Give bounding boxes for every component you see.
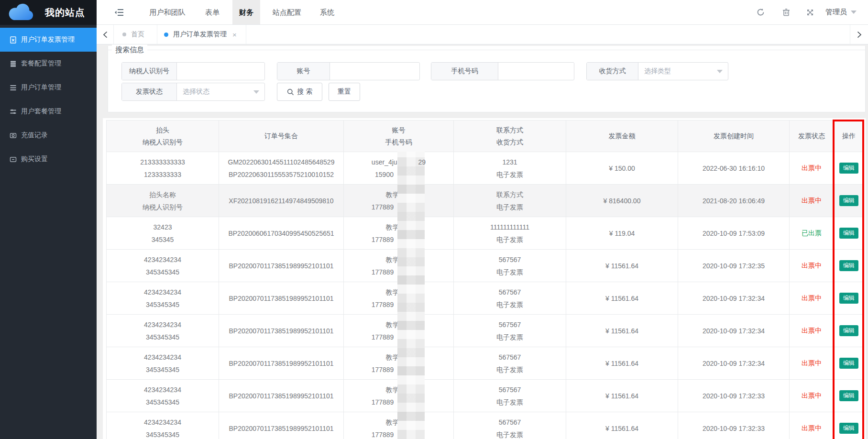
sidebar-item-invoice-management[interactable]: 用户订单发票管理 [0, 28, 97, 52]
fieldset-border [108, 50, 865, 50]
admin-user-menu[interactable]: 管理员 [825, 0, 857, 24]
cell-contact: 联系方式电子发票 [454, 185, 566, 217]
sidebar-item-order-management[interactable]: 用户订单管理 [0, 76, 97, 99]
cell-amount: ¥ 11561.64 [566, 347, 678, 380]
reset-button[interactable]: 重置 [329, 83, 360, 101]
table-row: 抬头名称纳税人识别号XF20210819162114974849509810教学… [107, 185, 864, 217]
cell-created: 2020-10-09 17:53:09 [678, 217, 790, 250]
table-row: 4234234234345345345BP2020070117385198995… [107, 412, 864, 439]
tab-scroll-right-icon[interactable] [850, 25, 868, 44]
cell-status: 出票中 [790, 380, 834, 412]
edit-button[interactable]: 编辑 [839, 163, 858, 174]
cell-head: 4234234234345345345 [107, 282, 219, 315]
edit-button[interactable]: 编辑 [839, 228, 858, 239]
cell-orders: BP20200606170340995450525651 [219, 217, 344, 250]
column-header: 抬头纳税人识别号 [107, 121, 219, 152]
cell-actions: 编辑 [834, 380, 864, 412]
cell-amount: ¥ 150.00 [566, 152, 678, 185]
cell-orders: BP20200701173851989952101101 [219, 282, 344, 315]
close-icon[interactable]: × [232, 31, 237, 39]
cell-contact: 567567电子发票 [454, 380, 566, 412]
nav-item-users-teams[interactable]: 用户和团队 [146, 0, 189, 24]
field-label: 账号 [277, 63, 330, 80]
cell-actions: 编辑 [834, 185, 864, 217]
refresh-icon[interactable] [753, 0, 768, 24]
cell-status: 出票中 [790, 412, 834, 439]
cell-orders: BP20200701173851989952101101 [219, 347, 344, 380]
phone-input[interactable] [498, 63, 574, 80]
tab-dot-icon [164, 33, 168, 37]
tab-invoice-management[interactable]: 用户订单发票管理 × [157, 25, 246, 44]
edit-button[interactable]: 编辑 [839, 293, 858, 304]
column-header: 账号手机号码 [344, 121, 454, 152]
table-header: 抬头纳税人识别号订单号集合账号手机号码联系方式收货方式发票金额发票创建时间发票状… [107, 121, 864, 152]
column-header: 发票金额 [566, 121, 678, 152]
cell-amount: ¥ 11561.64 [566, 380, 678, 412]
nav-item-forms[interactable]: 表单 [201, 0, 224, 24]
chevron-down-icon [717, 70, 723, 73]
table-row: 4234234234345345345BP2020070117385198995… [107, 380, 864, 412]
column-header: 联系方式收货方式 [454, 121, 566, 152]
chevron-down-icon [851, 11, 857, 14]
edit-button[interactable]: 编辑 [839, 390, 858, 401]
recharge-record-icon [9, 132, 17, 139]
fullscreen-icon[interactable] [802, 0, 818, 24]
cell-status: 已出票 [790, 217, 834, 250]
cell-status: 出票中 [790, 347, 834, 380]
cell-contact: 567567电子发票 [454, 412, 566, 439]
cell-head: 4234234234345345345 [107, 380, 219, 412]
cell-actions: 编辑 [834, 412, 864, 439]
nav-item-system[interactable]: 系统 [316, 0, 339, 24]
cell-amount: ¥ 816400.00 [566, 185, 678, 217]
cell-orders: BP20200701173851989952101101 [219, 315, 344, 347]
tab-scroll-left-icon[interactable] [97, 25, 113, 44]
search-panel: 搜索信息 纳税人识别号 账号 手机号码 收货方式 选择类型 发票状态 选择状态 [108, 46, 866, 112]
taxpayer-id-input[interactable] [177, 63, 264, 80]
sidebar-item-purchase-settings[interactable]: 购买设置 [0, 147, 97, 171]
field-phone: 手机号码 [431, 62, 574, 80]
cell-amount: ¥ 11561.64 [566, 315, 678, 347]
sidebar: 用户订单发票管理套餐配置管理用户订单管理用户套餐管理充值记录购买设置 [0, 25, 97, 439]
tab-home[interactable]: 首页 [113, 25, 157, 44]
sidebar-item-package-config[interactable]: 套餐配置管理 [0, 52, 97, 76]
sidebar-item-user-package[interactable]: 用户套餐管理 [0, 99, 97, 123]
invoice-status-select[interactable]: 选择状态 [177, 83, 264, 100]
order-list-icon [9, 84, 17, 91]
nav-item-finance[interactable]: 财务 [232, 0, 260, 24]
delivery-method-select[interactable]: 选择类型 [638, 63, 728, 80]
trash-icon[interactable] [779, 0, 794, 24]
package-config-icon [9, 60, 17, 67]
sidebar-item-label: 用户套餐管理 [21, 107, 61, 116]
edit-button[interactable]: 编辑 [839, 358, 858, 369]
sidebar-item-recharge-records[interactable]: 充值记录 [0, 123, 97, 147]
cell-head: 32423345345 [107, 217, 219, 250]
field-label: 发票状态 [122, 83, 177, 100]
cell-contact: 567567电子发票 [454, 347, 566, 380]
nav-item-site-config[interactable]: 站点配置 [268, 0, 306, 24]
account-input[interactable] [330, 63, 419, 80]
edit-button[interactable]: 编辑 [839, 195, 858, 206]
cell-contact: 567567电子发票 [454, 250, 566, 282]
edit-button[interactable]: 编辑 [839, 260, 858, 271]
cell-head: 4234234234345345345 [107, 412, 219, 439]
invoice-doc-icon [9, 36, 17, 44]
cell-created: 2020-10-09 17:32:33 [678, 412, 790, 439]
privacy-mosaic-overlay [397, 152, 425, 439]
sidebar-item-label: 用户订单管理 [21, 83, 61, 92]
select-placeholder: 选择类型 [644, 67, 671, 76]
collapse-menu-icon[interactable] [111, 0, 127, 24]
edit-button[interactable]: 编辑 [839, 423, 858, 434]
field-label: 纳税人识别号 [122, 63, 177, 80]
cell-head: 2133333333331233333333 [107, 152, 219, 185]
cell-status: 出票中 [790, 152, 834, 185]
search-button[interactable]: 搜 索 [277, 83, 322, 101]
sidebar-item-label: 用户订单发票管理 [21, 35, 75, 44]
invoice-table: 抬头纳税人识别号订单号集合账号手机号码联系方式收货方式发票金额发票创建时间发票状… [106, 120, 864, 439]
top-navbar: 我的站点 用户和团队 表单 财务 站点配置 系统 管理员 [0, 0, 868, 25]
cell-created: 2020-10-09 17:32:34 [678, 315, 790, 347]
cell-created: 2020-10-09 17:32:35 [678, 250, 790, 282]
table-row: 4234234234345345345BP2020070117385198995… [107, 282, 864, 315]
edit-button[interactable]: 编辑 [839, 325, 858, 336]
cell-contact: 567567电子发票 [454, 315, 566, 347]
reset-button-label: 重置 [338, 88, 351, 96]
